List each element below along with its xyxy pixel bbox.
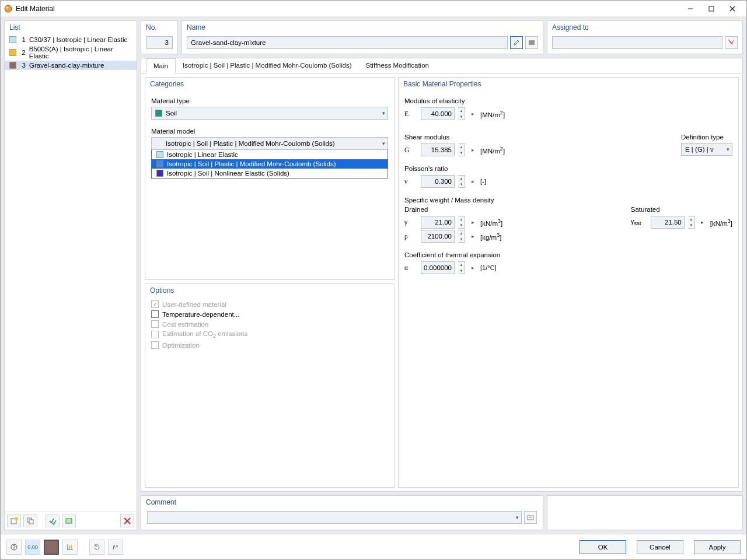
tab-model[interactable]: Isotropic | Soil | Plastic | Modified Mo…: [176, 58, 359, 73]
spinner[interactable]: ▲▼: [688, 216, 695, 229]
alpha-row: α 0.000000 ▲▼ ▸ [1/°C]: [404, 261, 732, 275]
gamma-unit: [kN/m3]: [480, 218, 502, 227]
def-type-label: Definition type: [681, 134, 732, 141]
option-temperature-dependent[interactable]: Temperature-dependent...: [151, 309, 388, 319]
chevron-down-icon: ▾: [727, 146, 729, 152]
gamma-symbol: γ: [404, 219, 417, 226]
model-option-linear-elastic[interactable]: Isotropic | Linear Elastic: [152, 150, 388, 159]
header-row: No. Name Assigned to: [141, 20, 743, 54]
no-label: No.: [141, 21, 177, 34]
options-card: Options ✓ User-defined material Temperat…: [145, 284, 395, 488]
material-list-item[interactable]: 2 B500S(A) | Isotropic | Linear Elastic: [5, 44, 137, 61]
svg-rect-26: [71, 545, 72, 550]
spinner[interactable]: ▲▼: [458, 107, 465, 120]
mod-e-row: E 40.000 ▲▼ ▸ [MN/m2]: [404, 107, 732, 121]
categories-label: Categories: [145, 78, 394, 90]
function-button[interactable]: f↗: [108, 540, 123, 555]
material-list-item[interactable]: 1 C30/37 | Isotropic | Linear Elastic: [5, 35, 137, 44]
shear-label: Shear modulus: [404, 134, 505, 141]
tab-bar: Main Isotropic | Soil | Plastic | Modifi…: [141, 58, 742, 74]
value-menu-icon[interactable]: ▸: [469, 230, 477, 243]
apply-button[interactable]: Apply: [694, 540, 741, 554]
gamma-input[interactable]: 21.00: [421, 216, 455, 229]
library-button[interactable]: [62, 514, 76, 527]
left-main-col: Categories Material type Soil ▾ Material…: [145, 77, 395, 488]
edit-name-button[interactable]: [510, 36, 523, 49]
tab-main[interactable]: Main: [146, 58, 176, 74]
delete-button[interactable]: [120, 514, 134, 527]
material-list-item[interactable]: 3 Gravel-sand-clay-mixture: [5, 61, 137, 70]
app-icon: [4, 5, 12, 13]
copy-button[interactable]: [23, 514, 37, 527]
spinner[interactable]: ▲▼: [458, 144, 465, 156]
svg-point-22: [13, 548, 15, 550]
maximize-button[interactable]: [701, 2, 722, 16]
close-button[interactable]: [722, 2, 743, 16]
material-num: 3: [20, 62, 26, 69]
g-symbol: G: [404, 146, 417, 153]
svg-rect-3: [709, 6, 714, 11]
value-menu-icon[interactable]: ▸: [699, 216, 707, 229]
mat-model-combo[interactable]: Isotropic | Soil | Plastic | Modified Mo…: [151, 137, 388, 150]
comment-extra-button[interactable]: [524, 511, 537, 524]
rho-symbol: ρ: [404, 233, 417, 240]
spinner[interactable]: ▲▼: [458, 216, 465, 229]
name-input[interactable]: [187, 36, 508, 49]
barcode-button[interactable]: [525, 36, 538, 49]
value-menu-icon[interactable]: ▸: [469, 216, 477, 229]
titlebar: Edit Material: [1, 1, 746, 17]
alpha-input[interactable]: 0.000000: [421, 261, 455, 274]
new-button[interactable]: [7, 514, 21, 527]
material-label: C30/37 | Isotropic | Linear Elastic: [29, 36, 127, 43]
material-list-card: List 1 C30/37 | Isotropic | Linear Elast…: [4, 20, 137, 530]
nu-input[interactable]: 0.300: [421, 175, 455, 188]
g-input[interactable]: 15.385: [421, 144, 455, 156]
e-symbol: E: [404, 110, 417, 117]
gammasat-symbol: γsat: [631, 218, 647, 226]
minimize-button[interactable]: [680, 2, 701, 16]
swatch-button[interactable]: [44, 540, 59, 555]
material-swatch: [9, 36, 16, 43]
no-input[interactable]: [146, 36, 173, 49]
rho-row: ρ 2100.00 ▲▼ ▸ [kg/m3]: [404, 229, 502, 243]
mat-type-value: Soil: [166, 110, 177, 117]
graph-button[interactable]: [62, 540, 78, 555]
chevron-down-icon: ▾: [516, 514, 519, 520]
tab-stiffness[interactable]: Stiffness Modification: [358, 58, 435, 73]
value-menu-icon[interactable]: ▸: [469, 175, 477, 188]
pick-assigned-button[interactable]: [725, 36, 738, 49]
cancel-button[interactable]: Cancel: [637, 540, 683, 554]
svg-point-7: [15, 517, 18, 520]
comment-card: Comment ▾: [141, 495, 543, 530]
spinner[interactable]: ▲▼: [458, 261, 465, 274]
comment-combo[interactable]: ▾: [147, 511, 522, 524]
ok-button[interactable]: OK: [580, 540, 626, 554]
list-section-label: List: [5, 21, 137, 34]
gammasat-input[interactable]: 21.50: [651, 216, 685, 229]
model-option-mohr-coulomb[interactable]: Isotropic | Soil | Plastic | Modified Mo…: [152, 159, 388, 169]
e-input[interactable]: 40.000: [421, 107, 455, 120]
spinner[interactable]: ▲▼: [458, 230, 465, 243]
assigned-input[interactable]: [552, 36, 722, 49]
value-menu-icon[interactable]: ▸: [469, 144, 477, 156]
option-label: Isotropic | Soil | Plastic | Modified Mo…: [167, 160, 336, 167]
material-label: Gravel-sand-clay-mixture: [29, 62, 104, 69]
refresh-button[interactable]: [89, 540, 104, 555]
checkbox-icon[interactable]: [151, 310, 159, 318]
def-type-combo[interactable]: E | (G) | ν ▾: [681, 143, 732, 156]
mat-type-combo[interactable]: Soil ▾: [151, 107, 388, 120]
material-list[interactable]: 1 C30/37 | Isotropic | Linear Elastic 2 …: [5, 34, 137, 512]
categories-card: Categories Material type Soil ▾ Material…: [145, 77, 395, 280]
check-all-button[interactable]: [46, 514, 60, 527]
material-label: B500S(A) | Isotropic | Linear Elastic: [29, 46, 132, 60]
value-menu-icon[interactable]: ▸: [469, 261, 477, 274]
svg-rect-9: [29, 520, 33, 524]
poisson-label: Poisson's ratio: [404, 165, 732, 172]
help-button[interactable]: [6, 540, 22, 555]
value-menu-icon[interactable]: ▸: [469, 107, 477, 120]
saturated-label: Saturated: [631, 206, 732, 213]
model-option-nonlinear-elastic[interactable]: Isotropic | Soil | Nonlinear Elastic (So…: [152, 169, 388, 178]
spinner[interactable]: ▲▼: [458, 175, 465, 188]
units-button[interactable]: 0,00: [25, 540, 40, 555]
rho-input[interactable]: 2100.00: [421, 230, 455, 243]
